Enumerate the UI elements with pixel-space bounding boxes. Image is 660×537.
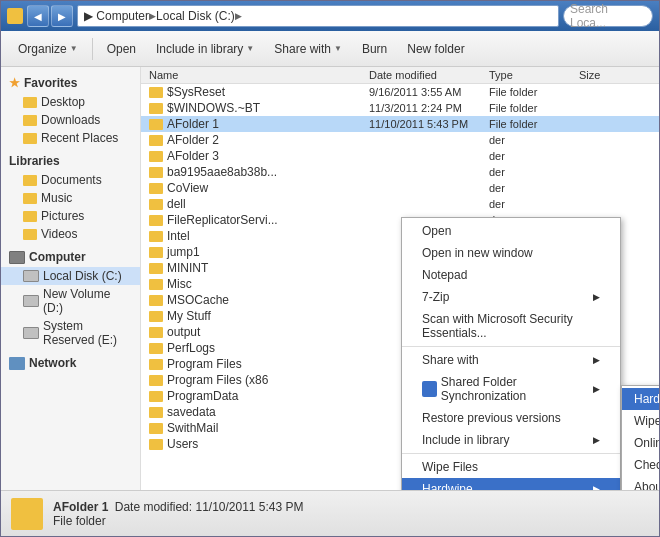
address-drive: Local Disk (C:): [156, 9, 235, 23]
table-row[interactable]: dell der: [141, 196, 659, 212]
window-icon: [7, 8, 23, 24]
favorites-header: ★ Favorites: [1, 73, 140, 93]
open-button[interactable]: Open: [98, 36, 145, 62]
col-header-size[interactable]: Size: [579, 69, 639, 81]
folder-icon: [23, 175, 37, 186]
context-menu-item[interactable]: Wipe Files: [402, 456, 620, 478]
file-type-cell: der: [489, 182, 579, 194]
table-row[interactable]: CoView der: [141, 180, 659, 196]
statusbar-details: Date modified: 11/10/2011 5:43 PM: [115, 500, 304, 514]
folder-icon: [23, 193, 37, 204]
file-type-cell: der: [489, 166, 579, 178]
back-button[interactable]: ◀: [27, 5, 49, 27]
folder-icon: [149, 231, 163, 242]
burn-button[interactable]: Burn: [353, 36, 396, 62]
folder-icon: [149, 407, 163, 418]
file-type-cell: der: [489, 150, 579, 162]
context-menu-item[interactable]: Open in new window: [402, 242, 620, 264]
file-name-cell: AFolder 1: [149, 117, 369, 131]
folder-icon: [149, 423, 163, 434]
sidebar-item-videos[interactable]: Videos: [1, 225, 140, 243]
network-icon: [9, 357, 25, 370]
file-type-cell: der: [489, 134, 579, 146]
file-name-cell: AFolder 3: [149, 149, 369, 163]
sidebar-drive-e[interactable]: System Reserved (E:): [1, 317, 140, 349]
file-name-cell: CoView: [149, 181, 369, 195]
file-name-cell: $WINDOWS.~BT: [149, 101, 369, 115]
file-name-cell: Program Files (x86: [149, 373, 369, 387]
sidebar-drive-d[interactable]: New Volume (D:): [1, 285, 140, 317]
sub-context-menu-item[interactable]: Online Help: [622, 432, 659, 454]
network-header: Network: [1, 353, 140, 373]
context-menu-item[interactable]: Shared Folder Synchronization▶: [402, 371, 620, 407]
folder-icon: [23, 133, 37, 144]
sub-context-menu-item[interactable]: Wipe Windows Swapfile: [622, 410, 659, 432]
forward-button[interactable]: ▶: [51, 5, 73, 27]
context-menu-item[interactable]: Restore previous versions: [402, 407, 620, 429]
folder-icon: [149, 151, 163, 162]
sidebar-item-documents[interactable]: Documents: [1, 171, 140, 189]
sidebar-item-downloads[interactable]: Downloads: [1, 111, 140, 129]
address-computer: ▶ Computer: [84, 9, 149, 23]
file-name-cell: dell: [149, 197, 369, 211]
table-row[interactable]: $WINDOWS.~BT 11/3/2011 2:24 PM File fold…: [141, 100, 659, 116]
submenu-arrow-icon: ▶: [593, 355, 600, 365]
folder-icon: [149, 295, 163, 306]
share-with-button[interactable]: Share with ▼: [265, 36, 351, 62]
sub-context-menu-item[interactable]: Hardwipe Options: [622, 388, 659, 410]
context-menu-item[interactable]: Scan with Microsoft Security Essentials.…: [402, 308, 620, 344]
sidebar-item-music[interactable]: Music: [1, 189, 140, 207]
submenu-arrow-icon: ▶: [593, 384, 600, 394]
organize-button[interactable]: Organize ▼: [9, 36, 87, 62]
file-type-cell: File folder: [489, 102, 579, 114]
col-header-name[interactable]: Name: [149, 69, 369, 81]
search-box[interactable]: Search Loca...: [563, 5, 653, 27]
libraries-header: Libraries: [1, 151, 140, 171]
favorites-section: ★ Favorites Desktop Downloads Recent Pla…: [1, 73, 140, 147]
col-header-date[interactable]: Date modified: [369, 69, 489, 81]
search-placeholder: Search Loca...: [570, 2, 646, 30]
folder-icon: [149, 103, 163, 114]
table-row[interactable]: AFolder 1 11/10/2011 5:43 PM File folder: [141, 116, 659, 132]
folder-icon: [149, 375, 163, 386]
sidebar-item-recent-places[interactable]: Recent Places: [1, 129, 140, 147]
sub-context-menu[interactable]: Hardwipe OptionsWipe Windows SwapfileOnl…: [621, 385, 659, 490]
folder-icon: [149, 215, 163, 226]
sidebar-item-pictures[interactable]: Pictures: [1, 207, 140, 225]
file-name-cell: PerfLogs: [149, 341, 369, 355]
file-type-cell: File folder: [489, 118, 579, 130]
new-folder-button[interactable]: New folder: [398, 36, 473, 62]
table-row[interactable]: $SysReset 9/16/2011 3:55 AM File folder: [141, 84, 659, 100]
context-menu-item[interactable]: Hardwipe▶: [402, 478, 620, 490]
context-menu-item[interactable]: Notepad: [402, 264, 620, 286]
table-row[interactable]: AFolder 3 der: [141, 148, 659, 164]
sidebar-drive-c[interactable]: Local Disk (C:): [1, 267, 140, 285]
file-name-cell: ba9195aae8ab38b...: [149, 165, 369, 179]
network-section: Network: [1, 353, 140, 373]
share-arrow: ▼: [334, 44, 342, 53]
file-name-cell: Misc: [149, 277, 369, 291]
table-row[interactable]: ba9195aae8ab38b... der: [141, 164, 659, 180]
file-date-cell: 11/3/2011 2:24 PM: [369, 102, 489, 114]
sub-context-menu-item[interactable]: Check for Updates: [622, 454, 659, 476]
folder-icon: [149, 343, 163, 354]
context-menu-item[interactable]: Open: [402, 220, 620, 242]
table-row[interactable]: AFolder 2 der: [141, 132, 659, 148]
context-menu-item[interactable]: 7-Zip▶: [402, 286, 620, 308]
sidebar-item-desktop[interactable]: Desktop: [1, 93, 140, 111]
context-menu-item[interactable]: Include in library▶: [402, 429, 620, 451]
col-header-type[interactable]: Type: [489, 69, 579, 81]
address-bar[interactable]: ▶ Computer ▶ Local Disk (C:) ▶: [77, 5, 559, 27]
titlebar: ◀ ▶ ▶ Computer ▶ Local Disk (C:) ▶ Searc…: [1, 1, 659, 31]
organize-arrow: ▼: [70, 44, 78, 53]
context-menu[interactable]: OpenOpen in new windowNotepad7-Zip▶Scan …: [401, 217, 621, 490]
sub-context-menu-item[interactable]: About Hardwipe: [622, 476, 659, 490]
include-library-button[interactable]: Include in library ▼: [147, 36, 263, 62]
menu-separator: [402, 346, 620, 347]
toolbar: Organize ▼ Open Include in library ▼ Sha…: [1, 31, 659, 67]
context-menu-item[interactable]: Share with▶: [402, 349, 620, 371]
file-name-cell: ProgramData: [149, 389, 369, 403]
folder-icon: [149, 183, 163, 194]
menu-separator: [402, 453, 620, 454]
sidebar: ★ Favorites Desktop Downloads Recent Pla…: [1, 67, 141, 490]
